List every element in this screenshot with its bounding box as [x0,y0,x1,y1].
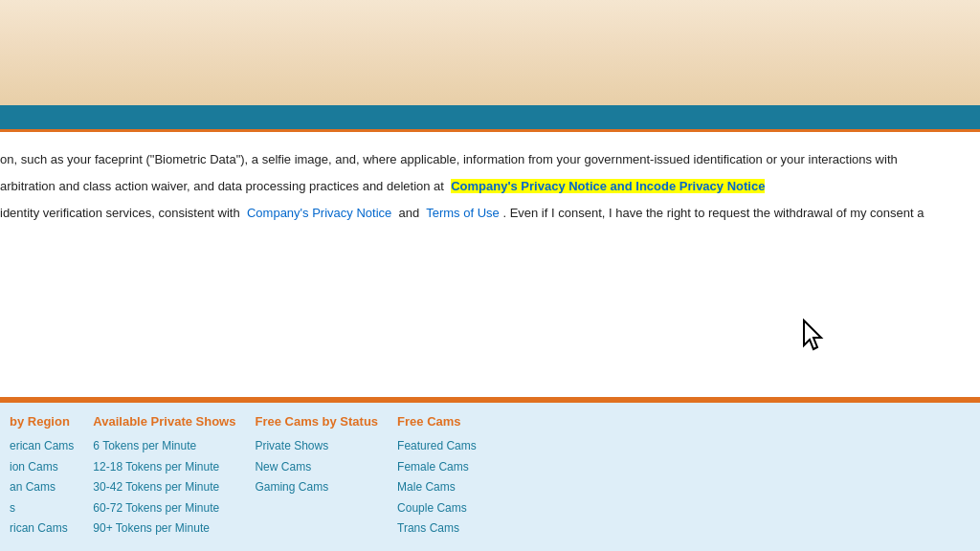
paragraph-1-text: on, such as your faceprint ("Biometric D… [0,152,898,166]
footer-link-trans-cams[interactable]: Trans Cams [397,518,493,540]
footer-col-region-heading: by Region [10,414,74,429]
paragraph-3-prefix: identity verification services, consiste… [0,206,240,220]
footer-link-gaming-cams[interactable]: Gaming Cams [255,477,378,498]
highlight-link[interactable]: Company's Privacy Notice and Incode Priv… [451,179,765,193]
footer-link-12-18tokens[interactable]: 12-18 Tokens per Minute [93,457,235,478]
paragraph-1: on, such as your faceprint ("Biometric D… [0,149,961,170]
footer-link-new-cams[interactable]: New Cams [255,457,378,478]
terms-of-use-link[interactable]: Terms of Use [426,206,500,220]
paragraph-3: identity verification services, consiste… [0,203,961,224]
footer-link-couple-cams[interactable]: Couple Cams [397,498,493,519]
footer: by Region erican Cams ion Cams an Cams s… [0,403,980,551]
paragraph-3-and: and [399,206,420,220]
footer-col-private-shows-heading: Available Private Shows [93,414,235,429]
footer-link-male-cams[interactable]: Male Cams [397,477,493,498]
footer-link-60-72tokens[interactable]: 60-72 Tokens per Minute [93,498,235,519]
footer-link-s[interactable]: s [10,498,74,519]
footer-col-free-cams: Free Cams Featured Cams Female Cams Male… [397,414,512,540]
footer-col-status-heading: Free Cams by Status [255,414,378,429]
company-privacy-link[interactable]: Company's Privacy Notice [247,206,391,220]
footer-inner: by Region erican Cams ion Cams an Cams s… [0,414,980,540]
footer-link-6tokens[interactable]: 6 Tokens per Minute [93,436,235,457]
footer-section: by Region erican Cams ion Cams an Cams s… [0,400,980,551]
page-wrapper: on, such as your faceprint ("Biometric D… [0,0,980,551]
content-section: on, such as your faceprint ("Biometric D… [0,132,980,387]
footer-col-private-shows: Available Private Shows 6 Tokens per Min… [93,414,255,540]
footer-link-female-cams[interactable]: Female Cams [397,457,493,478]
footer-link-featured-cams[interactable]: Featured Cams [397,436,493,457]
footer-link-american-cams[interactable]: erican Cams [10,436,74,457]
footer-col-free-cams-heading: Free Cams [397,414,493,429]
paragraph-2-prefix: arbitration and class action waiver, and… [0,179,444,193]
paragraph-2: arbitration and class action waiver, and… [0,176,961,197]
footer-link-90tokens[interactable]: 90+ Tokens per Minute [93,518,235,540]
footer-col-status: Free Cams by Status Private Shows New Ca… [255,414,397,540]
footer-link-rican-cams[interactable]: rican Cams [10,518,74,540]
nav-bar [0,105,980,132]
svg-marker-0 [804,320,821,349]
footer-link-an-cams[interactable]: an Cams [10,477,74,498]
footer-col-region: by Region erican Cams ion Cams an Cams s… [0,414,93,540]
footer-link-ion-cams[interactable]: ion Cams [10,457,74,478]
top-banner [0,0,980,105]
footer-link-private-shows[interactable]: Private Shows [255,436,378,457]
paragraph-3-suffix: . Even if I consent, I have the right to… [502,206,924,220]
content-text: on, such as your faceprint ("Biometric D… [0,149,980,224]
mouse-cursor [802,319,829,353]
main-content: on, such as your faceprint ("Biometric D… [0,132,980,323]
footer-link-30-42tokens[interactable]: 30-42 Tokens per Minute [93,477,235,498]
